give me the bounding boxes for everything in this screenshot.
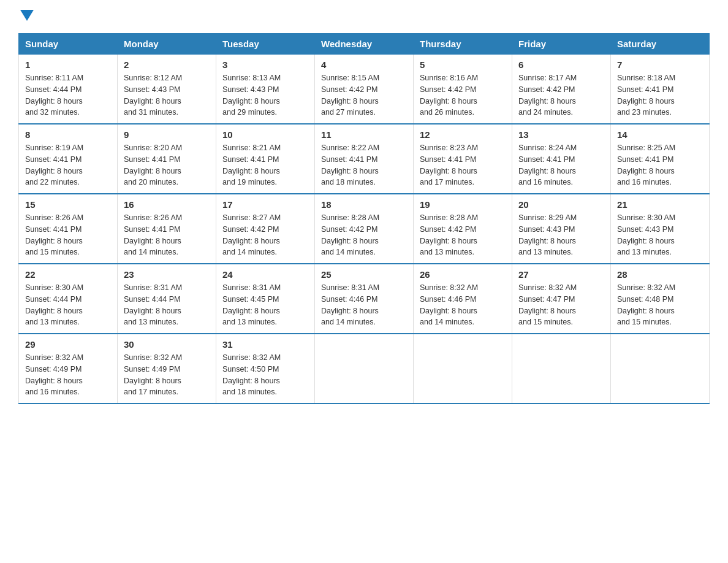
day-info: Sunrise: 8:12 AM Sunset: 4:43 PM Dayligh… xyxy=(124,72,210,118)
calendar-cell: 22 Sunrise: 8:30 AM Sunset: 4:44 PM Dayl… xyxy=(19,264,118,334)
calendar-cell: 4 Sunrise: 8:15 AM Sunset: 4:42 PM Dayli… xyxy=(315,55,414,124)
day-info: Sunrise: 8:32 AM Sunset: 4:47 PM Dayligh… xyxy=(518,282,604,328)
day-info: Sunrise: 8:30 AM Sunset: 4:44 PM Dayligh… xyxy=(25,282,111,328)
calendar-week-row: 15 Sunrise: 8:26 AM Sunset: 4:41 PM Dayl… xyxy=(19,194,710,264)
day-number: 12 xyxy=(420,129,506,140)
day-number: 27 xyxy=(518,269,604,280)
col-header-sunday: Sunday xyxy=(19,34,118,55)
calendar-cell xyxy=(611,334,710,404)
day-info: Sunrise: 8:31 AM Sunset: 4:45 PM Dayligh… xyxy=(222,282,308,328)
calendar-week-row: 1 Sunrise: 8:11 AM Sunset: 4:44 PM Dayli… xyxy=(19,55,710,124)
day-number: 1 xyxy=(25,59,111,70)
calendar-cell: 12 Sunrise: 8:23 AM Sunset: 4:41 PM Dayl… xyxy=(414,124,512,194)
day-number: 22 xyxy=(25,269,111,280)
day-number: 9 xyxy=(124,129,210,140)
day-number: 4 xyxy=(321,59,407,70)
calendar-cell: 14 Sunrise: 8:25 AM Sunset: 4:41 PM Dayl… xyxy=(611,124,710,194)
calendar-cell: 9 Sunrise: 8:20 AM Sunset: 4:41 PM Dayli… xyxy=(118,124,216,194)
day-number: 18 xyxy=(321,199,407,210)
day-number: 8 xyxy=(25,129,111,140)
day-number: 14 xyxy=(617,129,703,140)
col-header-thursday: Thursday xyxy=(414,34,512,55)
day-number: 20 xyxy=(518,199,604,210)
day-info: Sunrise: 8:15 AM Sunset: 4:42 PM Dayligh… xyxy=(321,72,407,118)
calendar-cell: 23 Sunrise: 8:31 AM Sunset: 4:44 PM Dayl… xyxy=(118,264,216,334)
col-header-saturday: Saturday xyxy=(611,34,710,55)
day-number: 23 xyxy=(124,269,210,280)
day-number: 15 xyxy=(25,199,111,210)
day-info: Sunrise: 8:30 AM Sunset: 4:43 PM Dayligh… xyxy=(617,212,703,258)
calendar-cell: 30 Sunrise: 8:32 AM Sunset: 4:49 PM Dayl… xyxy=(118,334,216,404)
day-info: Sunrise: 8:27 AM Sunset: 4:42 PM Dayligh… xyxy=(222,212,308,258)
calendar-cell: 27 Sunrise: 8:32 AM Sunset: 4:47 PM Dayl… xyxy=(512,264,611,334)
day-number: 21 xyxy=(617,199,703,210)
svg-marker-0 xyxy=(20,10,34,21)
calendar-cell: 13 Sunrise: 8:24 AM Sunset: 4:41 PM Dayl… xyxy=(512,124,611,194)
day-info: Sunrise: 8:26 AM Sunset: 4:41 PM Dayligh… xyxy=(124,212,210,258)
day-number: 25 xyxy=(321,269,407,280)
day-number: 31 xyxy=(222,339,308,350)
day-info: Sunrise: 8:28 AM Sunset: 4:42 PM Dayligh… xyxy=(321,212,407,258)
day-info: Sunrise: 8:32 AM Sunset: 4:49 PM Dayligh… xyxy=(25,352,111,398)
calendar-header-row: SundayMondayTuesdayWednesdayThursdayFrid… xyxy=(19,34,710,55)
calendar-cell: 21 Sunrise: 8:30 AM Sunset: 4:43 PM Dayl… xyxy=(611,194,710,264)
day-number: 10 xyxy=(222,129,308,140)
day-number: 17 xyxy=(222,199,308,210)
calendar-week-row: 22 Sunrise: 8:30 AM Sunset: 4:44 PM Dayl… xyxy=(19,264,710,334)
col-header-friday: Friday xyxy=(512,34,611,55)
calendar-table: SundayMondayTuesdayWednesdayThursdayFrid… xyxy=(18,33,710,404)
calendar-cell: 15 Sunrise: 8:26 AM Sunset: 4:41 PM Dayl… xyxy=(19,194,118,264)
calendar-cell: 20 Sunrise: 8:29 AM Sunset: 4:43 PM Dayl… xyxy=(512,194,611,264)
calendar-week-row: 8 Sunrise: 8:19 AM Sunset: 4:41 PM Dayli… xyxy=(19,124,710,194)
calendar-cell: 25 Sunrise: 8:31 AM Sunset: 4:46 PM Dayl… xyxy=(315,264,414,334)
calendar-cell: 7 Sunrise: 8:18 AM Sunset: 4:41 PM Dayli… xyxy=(611,55,710,124)
day-number: 28 xyxy=(617,269,703,280)
day-info: Sunrise: 8:31 AM Sunset: 4:44 PM Dayligh… xyxy=(124,282,210,328)
col-header-monday: Monday xyxy=(118,34,216,55)
calendar-week-row: 29 Sunrise: 8:32 AM Sunset: 4:49 PM Dayl… xyxy=(19,334,710,404)
day-number: 13 xyxy=(518,129,604,140)
calendar-cell: 26 Sunrise: 8:32 AM Sunset: 4:46 PM Dayl… xyxy=(414,264,512,334)
calendar-cell: 5 Sunrise: 8:16 AM Sunset: 4:42 PM Dayli… xyxy=(414,55,512,124)
day-info: Sunrise: 8:18 AM Sunset: 4:41 PM Dayligh… xyxy=(617,72,703,118)
calendar-cell: 1 Sunrise: 8:11 AM Sunset: 4:44 PM Dayli… xyxy=(19,55,118,124)
day-info: Sunrise: 8:21 AM Sunset: 4:41 PM Dayligh… xyxy=(222,142,308,188)
col-header-tuesday: Tuesday xyxy=(216,34,315,55)
col-header-wednesday: Wednesday xyxy=(315,34,414,55)
day-number: 16 xyxy=(124,199,210,210)
day-info: Sunrise: 8:25 AM Sunset: 4:41 PM Dayligh… xyxy=(617,142,703,188)
day-number: 30 xyxy=(124,339,210,350)
day-number: 19 xyxy=(420,199,506,210)
calendar-cell: 6 Sunrise: 8:17 AM Sunset: 4:42 PM Dayli… xyxy=(512,55,611,124)
logo-triangle-icon xyxy=(20,10,34,21)
calendar-cell: 10 Sunrise: 8:21 AM Sunset: 4:41 PM Dayl… xyxy=(216,124,315,194)
day-number: 3 xyxy=(222,59,308,70)
day-info: Sunrise: 8:11 AM Sunset: 4:44 PM Dayligh… xyxy=(25,72,111,118)
day-info: Sunrise: 8:32 AM Sunset: 4:48 PM Dayligh… xyxy=(617,282,703,328)
day-info: Sunrise: 8:17 AM Sunset: 4:42 PM Dayligh… xyxy=(518,72,604,118)
day-info: Sunrise: 8:32 AM Sunset: 4:50 PM Dayligh… xyxy=(222,352,308,398)
calendar-cell: 18 Sunrise: 8:28 AM Sunset: 4:42 PM Dayl… xyxy=(315,194,414,264)
day-info: Sunrise: 8:13 AM Sunset: 4:43 PM Dayligh… xyxy=(222,72,308,118)
calendar-cell: 3 Sunrise: 8:13 AM Sunset: 4:43 PM Dayli… xyxy=(216,55,315,124)
day-info: Sunrise: 8:32 AM Sunset: 4:49 PM Dayligh… xyxy=(124,352,210,398)
calendar-cell: 17 Sunrise: 8:27 AM Sunset: 4:42 PM Dayl… xyxy=(216,194,315,264)
calendar-cell: 16 Sunrise: 8:26 AM Sunset: 4:41 PM Dayl… xyxy=(118,194,216,264)
page-header xyxy=(18,12,710,21)
day-info: Sunrise: 8:29 AM Sunset: 4:43 PM Dayligh… xyxy=(518,212,604,258)
calendar-cell: 11 Sunrise: 8:22 AM Sunset: 4:41 PM Dayl… xyxy=(315,124,414,194)
calendar-cell xyxy=(512,334,611,404)
calendar-cell: 8 Sunrise: 8:19 AM Sunset: 4:41 PM Dayli… xyxy=(19,124,118,194)
day-info: Sunrise: 8:26 AM Sunset: 4:41 PM Dayligh… xyxy=(25,212,111,258)
day-number: 2 xyxy=(124,59,210,70)
day-info: Sunrise: 8:28 AM Sunset: 4:42 PM Dayligh… xyxy=(420,212,506,258)
calendar-cell: 31 Sunrise: 8:32 AM Sunset: 4:50 PM Dayl… xyxy=(216,334,315,404)
calendar-cell: 28 Sunrise: 8:32 AM Sunset: 4:48 PM Dayl… xyxy=(611,264,710,334)
day-info: Sunrise: 8:19 AM Sunset: 4:41 PM Dayligh… xyxy=(25,142,111,188)
calendar-cell: 24 Sunrise: 8:31 AM Sunset: 4:45 PM Dayl… xyxy=(216,264,315,334)
day-number: 29 xyxy=(25,339,111,350)
day-info: Sunrise: 8:16 AM Sunset: 4:42 PM Dayligh… xyxy=(420,72,506,118)
day-info: Sunrise: 8:24 AM Sunset: 4:41 PM Dayligh… xyxy=(518,142,604,188)
day-number: 7 xyxy=(617,59,703,70)
calendar-cell xyxy=(315,334,414,404)
